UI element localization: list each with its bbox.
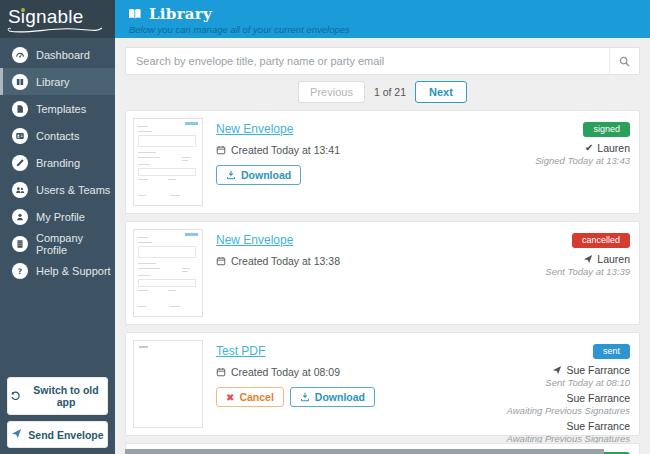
recipient-name: Sue Farrance	[566, 364, 630, 376]
recipient-row: Sue FarranceAwaiting Previous Signatures	[507, 420, 630, 444]
sidebar-footer: Switch to old appSend Envelope	[0, 371, 115, 448]
previous-page-button[interactable]: Previous	[298, 81, 365, 103]
send-plane-icon	[11, 428, 22, 441]
sidebar-item-label: Templates	[36, 103, 86, 115]
status-badge: cancelled	[572, 233, 630, 248]
envelope-status-column: sentSue FarranceSent Today at 08:10Sue F…	[507, 340, 630, 448]
envelope-card: Test PDFCreated Today at 08:09✖CancelDow…	[125, 332, 640, 436]
envelope-card: New EnvelopeCreated Today at 13:41Downlo…	[125, 110, 640, 214]
download-icon	[300, 392, 310, 402]
recipient-status-detail: Signed Today at 13:43	[535, 155, 630, 166]
templates-icon	[12, 101, 28, 117]
envelope-title-link[interactable]: Test PDF	[216, 344, 265, 358]
envelope-title-link[interactable]: New Envelope	[216, 233, 293, 247]
sidebar-item-label: Users & Teams	[36, 184, 110, 196]
search-button[interactable]	[609, 48, 639, 74]
envelope-created-text: Created Today at 13:38	[231, 255, 340, 267]
sidebar-item-templates[interactable]: Templates	[0, 95, 115, 122]
contacts-icon	[12, 128, 28, 144]
my-profile-icon	[12, 209, 28, 225]
users-icon	[12, 182, 28, 198]
envelope-created-text: Created Today at 08:09	[231, 366, 340, 378]
main-area: Library Below you can manage all of your…	[115, 0, 650, 454]
envelope-title-link[interactable]: New Envelope	[216, 122, 293, 136]
page-info: 1 of 21	[374, 86, 406, 98]
document-thumbnail[interactable]	[133, 118, 203, 206]
sidebar-item-my-profile[interactable]: My Profile	[0, 203, 115, 230]
sidebar-item-label: Contacts	[36, 130, 79, 142]
calendar-icon	[216, 256, 226, 266]
horizontal-scrollbar[interactable]	[125, 449, 604, 454]
recipient-status-detail: Sent Today at 08:10	[507, 377, 630, 388]
sidebar-item-branding[interactable]: Branding	[0, 149, 115, 176]
sidebar-item-label: Help & Support	[36, 265, 111, 277]
sidebar-nav: DashboardLibraryTemplatesContactsBrandin…	[0, 41, 115, 284]
svg-text:?: ?	[18, 266, 22, 275]
send-icon	[552, 365, 562, 375]
download-icon	[226, 170, 236, 180]
recipient-row: ✔LaurenSigned Today at 13:43	[535, 142, 630, 166]
download-button[interactable]: Download	[290, 387, 375, 407]
sidebar-item-label: Branding	[36, 157, 80, 169]
send-envelope-button[interactable]: Send Envelope	[7, 421, 108, 448]
app-window: Signable DashboardLibraryTemplatesContac…	[0, 0, 650, 454]
sidebar-item-label: My Profile	[36, 211, 85, 223]
recipient-name: Lauren	[597, 253, 630, 265]
recipient-name: Sue Farrance	[566, 392, 630, 404]
book-icon	[128, 8, 142, 20]
dashboard-icon	[12, 47, 28, 63]
logo-green-dot-icon	[21, 8, 25, 12]
sidebar-item-label: Library	[36, 76, 70, 88]
envelope-card: New EnvelopeCreated Today at 13:38cancel…	[125, 221, 640, 325]
check-icon: ✔	[585, 142, 593, 153]
document-thumbnail[interactable]	[133, 229, 203, 317]
document-thumbnail[interactable]	[133, 340, 203, 428]
sidebar-item-contacts[interactable]: Contacts	[0, 122, 115, 149]
magnifier-icon	[619, 56, 630, 67]
sidebar: Signable DashboardLibraryTemplatesContac…	[0, 0, 115, 454]
recipient-name: Lauren	[597, 142, 630, 154]
envelope-status-column: cancelledLaurenSent Today at 13:39	[545, 229, 630, 281]
cancel-x-icon: ✖	[226, 392, 234, 403]
pagination: Previous 1 of 21 Next	[125, 81, 640, 103]
sidebar-item-label: Company Profile	[36, 232, 115, 256]
sidebar-item-library[interactable]: Library	[0, 68, 115, 95]
sidebar-item-dashboard[interactable]: Dashboard	[0, 41, 115, 68]
recipient-status-detail: Awaiting Previous Signatures	[507, 405, 630, 416]
download-button[interactable]: Download	[216, 165, 301, 185]
next-page-button[interactable]: Next	[415, 81, 467, 103]
calendar-icon	[216, 367, 226, 377]
send-icon	[583, 254, 593, 264]
cancel-button[interactable]: ✖Cancel	[216, 387, 284, 407]
envelope-created-text: Created Today at 13:41	[231, 144, 340, 156]
content-area: Previous 1 of 21 Next New EnvelopeCreate…	[115, 38, 650, 454]
recipient-status-detail: Sent Today at 13:39	[545, 266, 630, 277]
recipient-row: Sue FarranceAwaiting Previous Signatures	[507, 392, 630, 416]
page-subtitle: Below you can manage all of your current…	[129, 24, 650, 35]
signable-logo[interactable]: Signable	[0, 0, 115, 38]
sidebar-item-company-profile[interactable]: Company Profile	[0, 230, 115, 257]
search-input[interactable]	[126, 48, 609, 74]
search-bar	[125, 47, 640, 75]
logo-swoosh-icon	[6, 26, 104, 35]
page-header: Library Below you can manage all of your…	[115, 0, 650, 38]
help-icon: ?	[12, 263, 28, 279]
sidebar-item-help-support[interactable]: ?Help & Support	[0, 257, 115, 284]
status-badge: sent	[593, 344, 630, 359]
recipient-name: Sue Farrance	[566, 420, 630, 432]
logo-text: Signable	[8, 6, 84, 28]
switch-to-old-app-button[interactable]: Switch to old app	[7, 377, 108, 415]
company-profile-icon	[12, 236, 28, 252]
library-icon	[12, 74, 28, 90]
sidebar-item-users-teams[interactable]: Users & Teams	[0, 176, 115, 203]
recipient-row: Sue FarranceSent Today at 08:10	[507, 364, 630, 388]
branding-icon	[12, 155, 28, 171]
envelope-list: New EnvelopeCreated Today at 13:41Downlo…	[125, 110, 640, 436]
sidebar-item-label: Dashboard	[36, 49, 90, 61]
recipient-status-detail: Awaiting Previous Signatures	[507, 433, 630, 444]
page-title: Library	[149, 5, 212, 23]
envelope-status-column: signed✔LaurenSigned Today at 13:43	[535, 118, 630, 170]
status-badge: signed	[583, 122, 630, 137]
recipient-row: LaurenSent Today at 13:39	[545, 253, 630, 277]
calendar-icon	[216, 145, 226, 155]
